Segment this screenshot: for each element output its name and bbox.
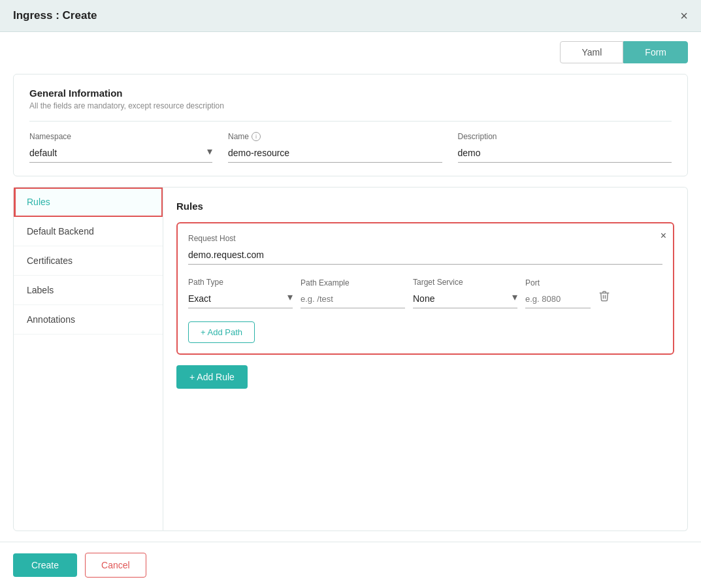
general-info-form-row: Namespace default kube-system production… xyxy=(29,132,672,163)
description-label: Description xyxy=(458,132,672,141)
dialog-title: Ingress : Create xyxy=(13,9,97,22)
path-type-label: Path Type xyxy=(188,278,293,287)
close-button[interactable]: × xyxy=(680,9,688,22)
name-info-icon: i xyxy=(252,132,261,141)
request-host-input[interactable] xyxy=(188,246,662,265)
target-service-select[interactable]: None xyxy=(413,289,517,308)
add-rule-button[interactable]: + Add Rule xyxy=(176,365,248,389)
sidebar-item-certificates[interactable]: Certificates xyxy=(14,246,163,276)
general-info-card: General Information All the fields are m… xyxy=(13,74,688,176)
dialog-header: Ingress : Create × xyxy=(0,0,701,32)
sidebar-item-rules[interactable]: Rules xyxy=(14,188,163,217)
port-input[interactable] xyxy=(525,290,591,308)
target-service-field: Target Service None xyxy=(413,278,517,308)
path-type-select-wrapper: Exact Prefix ImplementationSpecific xyxy=(188,289,293,308)
name-label: Name i xyxy=(228,132,442,141)
rules-panel: Rules × Request Host Path Type Exac xyxy=(163,187,688,531)
namespace-label: Namespace xyxy=(29,132,212,141)
content-area: General Information All the fields are m… xyxy=(0,63,701,542)
port-field: Port xyxy=(525,278,591,308)
two-col-layout: Rules Default Backend Certificates Label… xyxy=(13,187,688,531)
tab-yaml[interactable]: Yaml xyxy=(560,41,623,63)
namespace-select[interactable]: default kube-system production xyxy=(29,144,212,163)
delete-path-button[interactable] xyxy=(598,290,610,308)
rules-panel-title: Rules xyxy=(176,201,674,212)
dialog-footer: Create Cancel xyxy=(0,542,701,588)
path-example-field: Path Example xyxy=(301,278,405,308)
target-service-label: Target Service xyxy=(413,278,517,287)
path-example-input[interactable] xyxy=(301,290,405,308)
request-host-label: Request Host xyxy=(188,234,662,243)
cancel-button[interactable]: Cancel xyxy=(85,553,146,578)
port-label: Port xyxy=(525,278,591,287)
general-info-subtitle: All the fields are mandatory, except res… xyxy=(29,101,672,110)
sidebar-item-annotations[interactable]: Annotations xyxy=(14,305,163,335)
target-service-select-wrapper: None xyxy=(413,289,517,308)
description-input[interactable] xyxy=(458,144,672,163)
sidebar-item-labels[interactable]: Labels xyxy=(14,276,163,305)
description-field: Description xyxy=(458,132,672,163)
path-type-select[interactable]: Exact Prefix ImplementationSpecific xyxy=(188,289,293,308)
tab-bar: Yaml Form xyxy=(0,32,701,63)
general-info-title: General Information xyxy=(29,88,672,99)
name-field: Name i xyxy=(228,132,442,163)
create-button[interactable]: Create xyxy=(13,553,77,577)
tab-form[interactable]: Form xyxy=(623,41,688,63)
sidebar: Rules Default Backend Certificates Label… xyxy=(13,187,163,531)
namespace-select-wrapper: default kube-system production xyxy=(29,144,212,163)
path-row: Path Type Exact Prefix ImplementationSpe… xyxy=(188,278,662,308)
path-type-field: Path Type Exact Prefix ImplementationSpe… xyxy=(188,278,293,308)
path-example-label: Path Example xyxy=(301,278,405,287)
rule-box: × Request Host Path Type Exact Prefix xyxy=(176,222,674,355)
rule-box-close-button[interactable]: × xyxy=(660,230,666,242)
namespace-field: Namespace default kube-system production xyxy=(29,132,212,163)
trash-icon xyxy=(598,290,610,302)
sidebar-item-default-backend[interactable]: Default Backend xyxy=(14,217,163,246)
section-divider xyxy=(29,121,672,122)
name-input[interactable] xyxy=(228,144,442,163)
add-path-button[interactable]: + Add Path xyxy=(188,321,255,343)
dialog: Ingress : Create × Yaml Form General Inf… xyxy=(0,0,701,588)
